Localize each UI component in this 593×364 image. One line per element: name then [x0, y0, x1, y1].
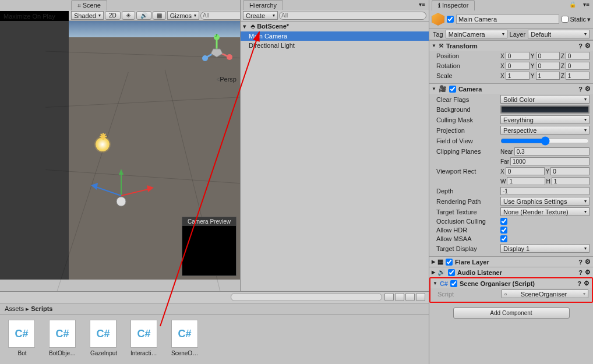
asset-item[interactable]: C#Interactions [130, 320, 158, 356]
component-header-audio[interactable]: ▶ 🔊 Audio Listener ? ⚙ [429, 267, 593, 277]
add-component-button[interactable]: Add Component [453, 308, 570, 319]
tag-dropdown[interactable]: MainCamera [446, 30, 507, 38]
hdr-checkbox[interactable] [500, 227, 507, 234]
viewport-y-input[interactable] [550, 167, 590, 175]
foldout-icon[interactable]: ▼ [432, 86, 436, 91]
help-icon[interactable]: ? [578, 259, 583, 266]
position-x-input[interactable] [506, 52, 530, 60]
hierarchy-item-directional-light[interactable]: Directional Light [241, 41, 429, 50]
component-header-sceneorganiser[interactable]: ▼ C# Scene Organiser (Script) ? ⚙ [430, 278, 592, 288]
hierarchy-search-input[interactable] [279, 12, 426, 20]
scene-viewport[interactable]: <Persp y [0, 21, 240, 280]
camera-icon: 🎥 [439, 85, 447, 93]
gameobject-name-input[interactable] [456, 15, 559, 24]
asset-grid[interactable]: C#Bot C#BotObjects C#GazeInput C#Interac… [0, 315, 429, 361]
tab-hierarchy[interactable]: Hierarchy [243, 0, 283, 10]
gameobject-active-checkbox[interactable] [447, 16, 454, 23]
tab-scene[interactable]: ⌗ Scene [71, 0, 107, 10]
help-icon[interactable]: ? [578, 43, 583, 50]
background-color-field[interactable] [500, 105, 590, 114]
foldout-icon[interactable]: ▼ [433, 281, 437, 286]
msaa-checkbox[interactable] [500, 235, 507, 242]
hierarchy-create-dropdown[interactable]: Create [243, 11, 278, 20]
static-checkbox[interactable] [562, 16, 569, 23]
viewport-h-input[interactable] [552, 177, 590, 185]
camera-enabled-checkbox[interactable] [449, 86, 456, 93]
project-search-input[interactable] [231, 293, 382, 301]
scale-x-input[interactable] [506, 72, 530, 80]
gear-icon[interactable]: ⚙ [585, 268, 591, 276]
component-header-transform[interactable]: ▼ ⤧ Transform ? ⚙ [429, 41, 593, 51]
static-toggle[interactable]: Static▾ [562, 16, 591, 23]
breadcrumb-root[interactable]: Assets [5, 305, 24, 312]
rotation-z-input[interactable] [566, 62, 590, 70]
move-gizmo[interactable] [75, 167, 191, 213]
effects-toggle-icon[interactable]: ▦ [153, 11, 166, 20]
panel-menu-icon[interactable]: ▾≡ [580, 0, 593, 10]
gameobject-icon[interactable] [432, 13, 444, 26]
viewport-x-input[interactable] [506, 167, 545, 175]
breadcrumb-folder[interactable]: Scripts [31, 305, 52, 312]
cullingmask-dropdown[interactable]: Everything [500, 115, 590, 124]
hierarchy-tree[interactable]: ▾ ⬘ BotScene* Main Camera Directional Li… [241, 22, 429, 291]
breadcrumb[interactable]: Assets ▸ Scripts [0, 303, 429, 315]
asset-item[interactable]: C#SceneOrga... [171, 320, 199, 356]
favorite-icon[interactable] [395, 293, 404, 301]
help-icon[interactable]: ? [578, 269, 583, 276]
rotation-x-input[interactable] [506, 62, 530, 70]
maximize-on-play[interactable]: Maximize On Play [0, 11, 69, 22]
far-input[interactable] [510, 157, 590, 165]
component-header-camera[interactable]: ▼ 🎥 Camera ? ⚙ [429, 84, 593, 94]
foldout-icon[interactable]: ▼ [432, 43, 436, 48]
foldout-icon[interactable]: ▶ [432, 270, 435, 275]
audio-toggle-icon[interactable]: 🔊 [136, 11, 151, 20]
foldout-icon[interactable]: ▶ [432, 259, 435, 264]
scale-z-input[interactable] [566, 72, 590, 80]
filter-icon[interactable] [384, 293, 394, 301]
gear-icon[interactable]: ⚙ [585, 258, 591, 266]
viewport-w-input[interactable] [507, 177, 545, 185]
gear-icon[interactable]: ⚙ [585, 85, 591, 93]
tab-inspector[interactable]: ℹ Inspector [432, 0, 475, 10]
lock-icon[interactable]: 🔒 [566, 0, 580, 10]
position-z-input[interactable] [566, 52, 590, 60]
flare-enabled-checkbox[interactable] [446, 259, 453, 266]
occlusion-checkbox[interactable] [500, 218, 507, 225]
panel-menu-icon[interactable]: ▾≡ [415, 0, 429, 10]
targetdisplay-dropdown[interactable]: Display 1 [500, 244, 590, 253]
projection-dropdown[interactable]: Perspective [500, 126, 590, 135]
gear-icon[interactable]: ⚙ [585, 42, 591, 50]
lighting-toggle-icon[interactable]: ☀ [122, 11, 135, 20]
clearflags-dropdown[interactable]: Solid Color [500, 95, 590, 104]
hdr-label: Allow HDR [436, 227, 500, 234]
hidden-icon[interactable] [405, 293, 415, 301]
asset-item[interactable]: C#Bot [8, 320, 36, 356]
component-header-flare[interactable]: ▶ ▦ Flare Layer ? ⚙ [429, 257, 593, 267]
gear-icon[interactable]: ⚙ [584, 280, 590, 287]
scale-y-input[interactable] [536, 72, 560, 80]
renderingpath-dropdown[interactable]: Use Graphics Settings [500, 197, 590, 206]
foldout-icon[interactable]: ▾ [243, 23, 249, 30]
hierarchy-scene-row[interactable]: ▾ ⬘ BotScene* [241, 22, 429, 31]
asset-item[interactable]: C#GazeInput [90, 320, 118, 356]
help-icon[interactable]: ? [578, 86, 583, 93]
help-icon[interactable]: ? [577, 280, 581, 287]
gizmos-dropdown[interactable]: Gizmos [167, 11, 199, 20]
orientation-gizmo[interactable]: y [199, 34, 234, 69]
near-input[interactable] [514, 147, 590, 156]
save-icon[interactable] [416, 293, 425, 301]
targettexture-field[interactable]: None (Render Texture) [500, 207, 590, 216]
mode-2d-toggle[interactable]: 2D [105, 11, 121, 20]
hierarchy-item-main-camera[interactable]: Main Camera [241, 31, 429, 41]
position-y-input[interactable] [536, 52, 560, 60]
layer-dropdown[interactable]: Default [528, 30, 590, 38]
shading-dropdown[interactable]: Shaded [71, 11, 104, 20]
fov-slider[interactable] [500, 136, 590, 146]
depth-input[interactable] [500, 187, 590, 195]
sceneorganiser-enabled-checkbox[interactable] [450, 280, 457, 287]
rotation-y-input[interactable] [536, 62, 560, 70]
directional-light-gizmo[interactable] [96, 137, 110, 151]
asset-item[interactable]: C#BotObjects [49, 320, 77, 356]
audio-enabled-checkbox[interactable] [448, 269, 455, 276]
script-object-field[interactable]: ▫ SceneOrganiser [502, 289, 588, 298]
